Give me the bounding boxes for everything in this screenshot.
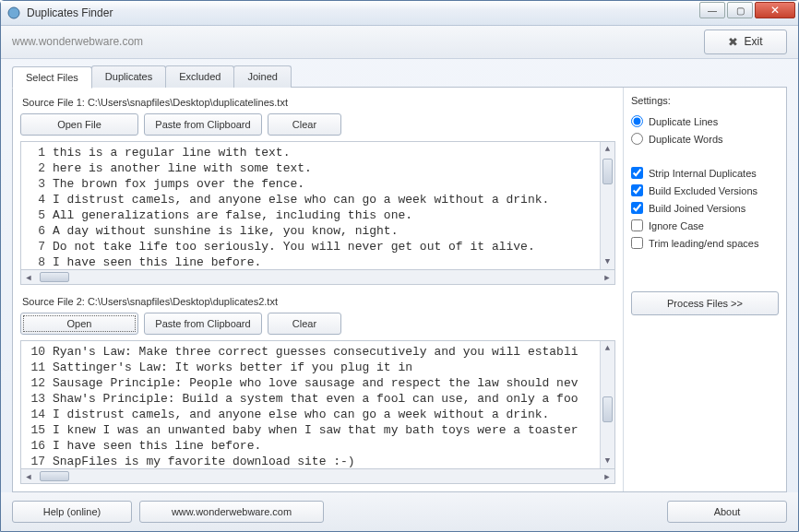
check-ignore-case[interactable]: Ignore Case: [631, 219, 779, 231]
source2-vscroll[interactable]: ▲ ▼: [600, 341, 614, 468]
source-line[interactable]: 5All generalizations are false, includin…: [25, 208, 614, 224]
line-text: I knew I was an unwanted baby when I saw…: [53, 423, 614, 439]
source2-hscroll[interactable]: ◄ ►: [20, 469, 615, 484]
source-line[interactable]: 13Shaw's Principle: Build a system that …: [25, 392, 614, 408]
line-number: 1: [25, 146, 53, 161]
source2-textarea[interactable]: 10Ryan's Law: Make three correct guesses…: [20, 340, 615, 469]
check-label: Build Excluded Versions: [649, 185, 757, 196]
line-number: 5: [25, 208, 53, 224]
scroll-down-icon[interactable]: ▼: [601, 454, 614, 468]
help-button[interactable]: Help (online): [12, 501, 132, 523]
scroll-left-icon[interactable]: ◄: [21, 270, 36, 284]
check-label: Strip Internal Duplicates: [649, 168, 757, 179]
check-label: Build Joined Versions: [649, 203, 745, 214]
source2-label: Source File 2: C:\Users\snapfiles\Deskto…: [22, 296, 615, 307]
close-icon: ✖: [728, 35, 738, 49]
svg-point-0: [8, 7, 19, 18]
tabstrip: Select Files Duplicates Excluded Joined: [1, 59, 798, 87]
check-label: Ignore Case: [649, 220, 704, 231]
source1-vscroll[interactable]: ▲ ▼: [600, 142, 614, 269]
source1-hscroll[interactable]: ◄ ►: [20, 270, 615, 285]
close-button[interactable]: ✕: [755, 2, 795, 18]
scroll-left-icon[interactable]: ◄: [21, 469, 36, 483]
line-text: this is a regular line with text.: [53, 146, 614, 161]
check-build-excluded[interactable]: Build Excluded Versions: [631, 184, 779, 196]
source-line[interactable]: 7Do not take life too seriously. You wil…: [25, 240, 614, 255]
scroll-thumb[interactable]: [602, 159, 613, 184]
line-number: 15: [25, 423, 53, 439]
about-button[interactable]: About: [667, 501, 787, 523]
scroll-up-icon[interactable]: ▲: [601, 142, 614, 157]
line-number: 17: [25, 455, 53, 469]
source-line[interactable]: 15I knew I was an unwanted baby when I s…: [25, 423, 614, 439]
source2-clear-button[interactable]: Clear: [268, 313, 341, 335]
scroll-thumb[interactable]: [602, 396, 613, 422]
source-line[interactable]: 6A day without sunshine is like, you kno…: [25, 224, 614, 240]
scroll-right-icon[interactable]: ►: [600, 469, 614, 483]
scroll-down-icon[interactable]: ▼: [601, 254, 614, 269]
source-line[interactable]: 2here is another line with some text.: [25, 161, 614, 177]
source-line[interactable]: 10Ryan's Law: Make three correct guesses…: [25, 345, 614, 361]
line-number: 2: [25, 161, 53, 177]
website-button[interactable]: www.wonderwebware.com: [139, 501, 324, 523]
source-line[interactable]: 14I distrust camels, and anyone else who…: [25, 408, 614, 423]
maximize-button[interactable]: ▢: [727, 2, 753, 18]
check-label: Trim leading/end spaces: [649, 238, 758, 249]
line-text: I distrust camels, and anyone else who c…: [53, 193, 614, 208]
scroll-thumb[interactable]: [40, 272, 69, 282]
scroll-thumb[interactable]: [40, 471, 69, 481]
line-text: I have seen this line before.: [53, 255, 614, 270]
tab-select-files[interactable]: Select Files: [12, 66, 92, 89]
titlebar: Duplicates Finder — ▢ ✕: [1, 1, 798, 26]
source-line[interactable]: 4I distrust camels, and anyone else who …: [25, 193, 614, 208]
line-number: 4: [25, 193, 53, 208]
line-number: 10: [25, 345, 53, 361]
tab-duplicates[interactable]: Duplicates: [91, 65, 166, 88]
line-text: Shaw's Principle: Build a system that ev…: [53, 392, 614, 408]
line-number: 14: [25, 408, 53, 423]
scroll-right-icon[interactable]: ►: [600, 270, 614, 284]
source-line[interactable]: 1this is a regular line with text.: [25, 146, 614, 161]
source2-paste-button[interactable]: Paste from Clipboard: [144, 313, 262, 335]
check-strip-internal[interactable]: Strip Internal Duplicates: [631, 167, 779, 179]
exit-label: Exit: [744, 35, 762, 48]
line-text: I distrust camels, and anyone else who c…: [53, 408, 614, 423]
source1-textarea[interactable]: 1this is a regular line with text.2here …: [20, 141, 615, 270]
window-title: Duplicates Finder: [27, 6, 113, 19]
radio-label: Duplicate Lines: [649, 116, 718, 127]
source1-clear-button[interactable]: Clear: [268, 113, 341, 136]
source-line[interactable]: 12Sausage Principle: People who love sau…: [25, 376, 614, 392]
check-trim-spaces[interactable]: Trim leading/end spaces: [631, 237, 779, 249]
line-number: 11: [25, 361, 53, 376]
line-text: A day without sunshine is like, you know…: [53, 224, 614, 240]
toolbar: www.wonderwebware.com ✖ Exit: [1, 26, 798, 59]
line-text: The brown fox jumps over the fence.: [53, 177, 614, 193]
line-number: 13: [25, 392, 53, 408]
radio-label: Duplicate Words: [649, 134, 723, 145]
exit-button[interactable]: ✖ Exit: [704, 30, 787, 54]
source-line[interactable]: 17SnapFiles is my favorite download site…: [25, 455, 614, 469]
tab-joined[interactable]: Joined: [233, 65, 291, 88]
check-build-joined[interactable]: Build Joined Versions: [631, 202, 779, 214]
line-text: I have seen this line before.: [53, 439, 614, 455]
minimize-button[interactable]: —: [699, 2, 725, 18]
line-text: Do not take life too seriously. You will…: [53, 240, 614, 255]
line-text: Sausage Principle: People who love sausa…: [53, 376, 614, 392]
source2-open-button[interactable]: Open: [20, 313, 138, 335]
source-line[interactable]: 8I have seen this line before.: [25, 255, 614, 270]
source-line[interactable]: 11Sattinger's Law: It works better if yo…: [25, 361, 614, 376]
toolbar-url: www.wonderwebware.com: [12, 35, 143, 48]
line-number: 12: [25, 376, 53, 392]
source-line[interactable]: 16I have seen this line before.: [25, 439, 614, 455]
scroll-up-icon[interactable]: ▲: [601, 341, 614, 356]
source1-open-button[interactable]: Open File: [20, 113, 138, 136]
source1-paste-button[interactable]: Paste from Clipboard: [144, 113, 262, 136]
line-number: 6: [25, 224, 53, 240]
line-text: SnapFiles is my favorite download site :…: [53, 455, 614, 469]
radio-duplicate-lines[interactable]: Duplicate Lines: [631, 115, 779, 127]
radio-duplicate-words[interactable]: Duplicate Words: [631, 133, 779, 145]
process-files-button[interactable]: Process Files >>: [631, 291, 779, 315]
source-line[interactable]: 3The brown fox jumps over the fence.: [25, 177, 614, 193]
line-text: Ryan's Law: Make three correct guesses c…: [53, 345, 614, 361]
tab-excluded[interactable]: Excluded: [165, 65, 234, 88]
